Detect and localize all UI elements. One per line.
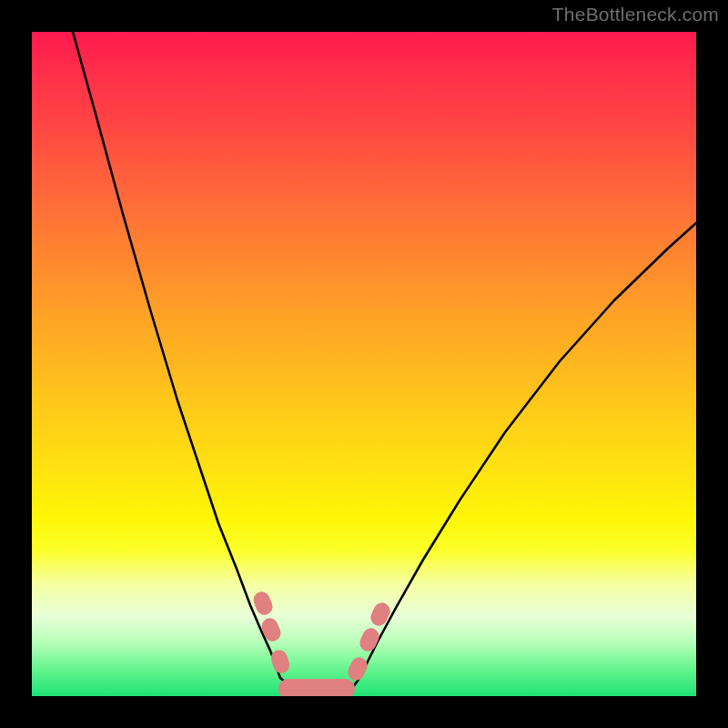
curve-group bbox=[73, 32, 696, 695]
marker-left-dot-3 bbox=[268, 648, 291, 675]
chart-frame: TheBottleneck.com bbox=[0, 0, 728, 728]
plot-area bbox=[32, 32, 696, 696]
marker-floor-bar bbox=[278, 679, 355, 696]
series-right-curve bbox=[358, 223, 696, 681]
marker-right-dot-2 bbox=[357, 625, 381, 653]
marker-right-dot-1 bbox=[345, 654, 369, 682]
series-left-curve bbox=[73, 32, 280, 678]
marker-left-dot-2 bbox=[259, 616, 283, 644]
marker-group bbox=[251, 590, 393, 696]
marker-right-dot-3 bbox=[368, 600, 392, 628]
watermark-text: TheBottleneck.com bbox=[552, 4, 719, 25]
curve-svg bbox=[32, 32, 696, 696]
